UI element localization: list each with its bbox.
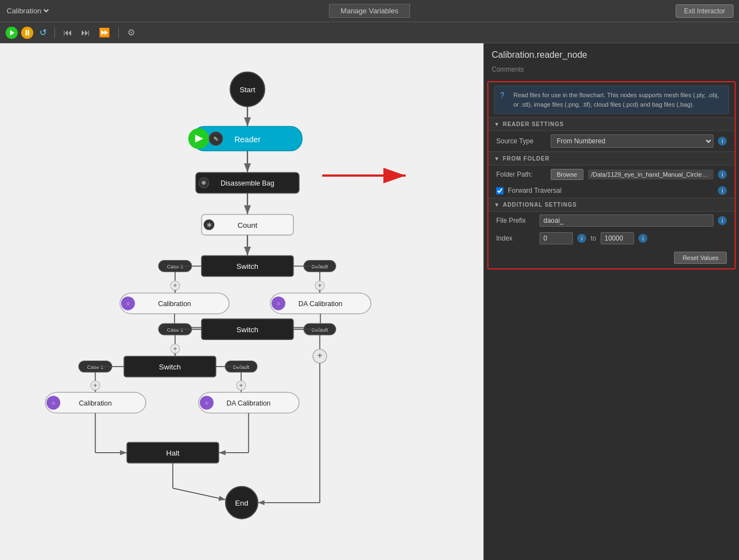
toolbar-separator — [54, 27, 55, 38]
index-to-info-icon[interactable]: i — [638, 234, 647, 243]
svg-text:Disassemble Bag: Disassemble Bag — [221, 179, 274, 187]
section-triangle-additional: ▼ — [494, 202, 500, 208]
red-arrow-indicator — [322, 164, 411, 188]
svg-text:Default: Default — [233, 364, 249, 370]
skip-button[interactable]: ⏩ — [96, 26, 113, 39]
svg-text:+: + — [173, 345, 177, 353]
svg-text:+: + — [317, 350, 323, 361]
source-type-info-icon[interactable]: i — [718, 137, 727, 146]
svg-text:Count: Count — [237, 221, 257, 229]
info-text: Read files for use in the flowchart. Thi… — [513, 91, 723, 109]
svg-text:Switch: Switch — [237, 326, 259, 334]
manage-variables-button[interactable]: Manage Variables — [329, 4, 410, 18]
refresh-button[interactable]: ↺ — [37, 27, 49, 39]
forward-traversal-row: Forward Traversal i — [488, 183, 735, 198]
toolbar-separator2 — [118, 27, 119, 38]
top-bar: Calibration Manage Variables Exit Intera… — [0, 0, 739, 22]
panel-title: Calibration.reader_node — [484, 43, 739, 63]
svg-text:DA Calibration: DA Calibration — [298, 300, 342, 308]
step-back-button[interactable]: ⏮ — [61, 27, 75, 39]
file-prefix-row: File Prefix i — [488, 212, 735, 229]
forward-traversal-label: Forward Traversal — [508, 187, 562, 194]
source-type-label: Source Type — [496, 137, 546, 145]
browse-button[interactable]: Browse — [551, 169, 583, 180]
reader-settings-label: READER SETTINGS — [503, 121, 564, 127]
index-from-input[interactable] — [540, 232, 573, 244]
svg-text:Default: Default — [312, 327, 328, 333]
svg-text:Reader: Reader — [234, 135, 261, 144]
folder-path-row: Folder Path: Browse /Data/1129_eye_in_ha… — [488, 166, 735, 183]
svg-text:+: + — [239, 382, 243, 389]
svg-text:Switch: Switch — [237, 262, 259, 271]
play-button[interactable] — [6, 27, 18, 39]
svg-text:DA Calibration: DA Calibration — [227, 399, 271, 407]
section-triangle-folder: ▼ — [494, 156, 500, 162]
svg-text:Calibration: Calibration — [158, 300, 191, 308]
svg-text:✱: ✱ — [201, 179, 206, 186]
flowchart-area[interactable]: Start Reader ✎ Disassemble Bag ✱ Count — [0, 43, 483, 560]
from-folder-header[interactable]: ▼ FROM FOLDER — [488, 152, 735, 166]
info-box: ? Read files for use in the flowchart. T… — [494, 86, 729, 114]
right-panel: Calibration.reader_node Comments ? Read … — [483, 43, 739, 560]
svg-text:Calibration: Calibration — [79, 399, 112, 407]
svg-text:○: ○ — [126, 301, 129, 307]
calibration-dropdown[interactable]: Calibration — [4, 6, 51, 16]
source-type-dropdown[interactable]: From Numbered — [551, 134, 713, 148]
pause-button[interactable]: ⏸ — [21, 27, 33, 39]
svg-text:✱: ✱ — [207, 222, 212, 228]
top-bar-left: Calibration — [0, 6, 217, 16]
svg-text:End: End — [235, 499, 248, 507]
svg-text:○: ○ — [277, 301, 280, 307]
forward-traversal-checkbox[interactable] — [496, 187, 503, 194]
to-label: to — [591, 234, 596, 242]
svg-text:Start: Start — [239, 86, 256, 94]
reset-values-button[interactable]: Reset Values — [674, 252, 727, 264]
flowchart-svg: Start Reader ✎ Disassemble Bag ✱ Count — [0, 43, 483, 560]
info-icon: ? — [500, 91, 509, 109]
section-triangle-reader: ▼ — [494, 121, 500, 127]
top-bar-center: Manage Variables — [217, 4, 522, 18]
folder-path-label: Folder Path: — [496, 171, 546, 178]
highlighted-settings-panel: ? Read files for use in the flowchart. T… — [487, 81, 736, 269]
fast-forward-button[interactable]: ⏭ — [78, 27, 93, 39]
svg-text:Default: Default — [312, 264, 328, 269]
svg-text:+: + — [93, 382, 97, 389]
svg-text:○: ○ — [205, 400, 208, 406]
forward-traversal-info-icon[interactable]: i — [718, 186, 727, 195]
index-from-info-icon[interactable]: i — [577, 234, 586, 243]
svg-text:Switch: Switch — [159, 363, 181, 371]
from-folder-label: FROM FOLDER — [503, 156, 550, 162]
svg-text:Case 1: Case 1 — [87, 364, 103, 370]
exit-interactor-button[interactable]: Exit Interactor — [676, 4, 733, 18]
svg-text:○: ○ — [52, 400, 55, 406]
svg-text:✎: ✎ — [213, 136, 218, 142]
svg-text:+: + — [318, 282, 322, 289]
file-prefix-info-icon[interactable]: i — [718, 216, 727, 225]
folder-path-value: /Data/1129_eye_in_hand_Manual_Circle_9_1… — [588, 169, 713, 179]
svg-text:Halt: Halt — [166, 449, 179, 457]
svg-line-93 — [173, 488, 226, 500]
index-row: Index i to i — [488, 229, 735, 247]
gear-icon[interactable]: ⚙ — [124, 26, 138, 39]
folder-path-info-icon[interactable]: i — [718, 170, 727, 179]
main-content: Start Reader ✎ Disassemble Bag ✱ Count — [0, 43, 739, 560]
additional-settings-label: ADDITIONAL SETTINGS — [503, 202, 577, 208]
svg-text:Case 1: Case 1 — [167, 264, 183, 269]
toolbar: ⏸ ↺ ⏮ ⏭ ⏩ ⚙ — [0, 22, 739, 43]
index-to-input[interactable] — [601, 232, 634, 244]
svg-text:Case 1: Case 1 — [167, 327, 183, 333]
file-prefix-input[interactable] — [540, 214, 713, 227]
svg-text:+: + — [173, 282, 177, 289]
additional-settings-header[interactable]: ▼ ADDITIONAL SETTINGS — [488, 198, 735, 212]
file-prefix-label: File Prefix — [496, 217, 535, 224]
source-type-row: Source Type From Numbered i — [488, 131, 735, 152]
top-bar-right: Exit Interactor — [522, 4, 739, 18]
panel-comments-label: Comments — [484, 63, 739, 78]
reader-settings-header[interactable]: ▼ READER SETTINGS — [488, 117, 735, 131]
index-label: Index — [496, 234, 535, 242]
